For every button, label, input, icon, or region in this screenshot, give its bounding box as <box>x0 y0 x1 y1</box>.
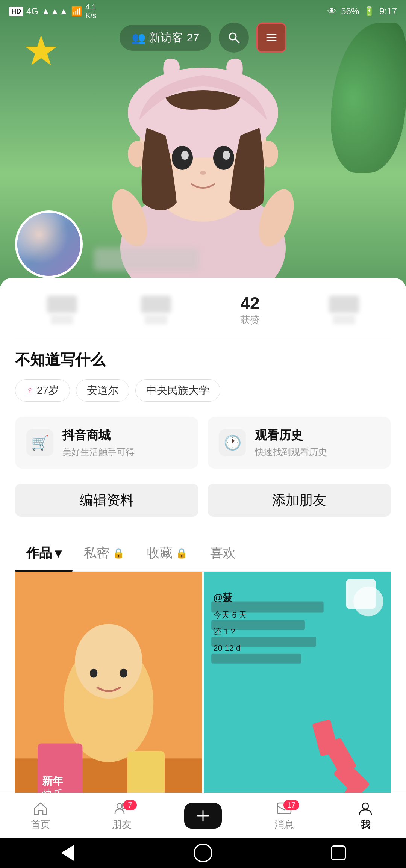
profile-buttons: 编辑资料 添加朋友 <box>15 484 391 517</box>
nav-home[interactable]: 首页 <box>0 800 81 831</box>
tab-works-label: 作品 <box>26 544 52 562</box>
svg-rect-37 <box>346 579 376 609</box>
tab-likes[interactable]: 喜欢 <box>199 535 247 571</box>
username-blurred <box>94 248 199 271</box>
stat-following[interactable] <box>15 296 109 324</box>
back-icon <box>61 845 74 861</box>
shop-subtitle: 美好生活触手可得 <box>62 446 187 458</box>
avatar-container <box>15 210 83 278</box>
speed-text: 4.1K/s <box>85 3 96 20</box>
svg-point-5 <box>181 151 189 160</box>
tab-private[interactable]: 私密 🔒 <box>73 535 136 571</box>
me-icon <box>357 800 374 817</box>
visitors-button[interactable]: 👥 新访客 27 <box>120 25 211 51</box>
stat-extra-label-blur <box>333 315 355 324</box>
tab-private-lock: 🔒 <box>112 547 124 559</box>
svg-point-7 <box>200 171 206 175</box>
battery-icon: 🔋 <box>364 6 375 17</box>
svg-text:今天          6 天: 今天 6 天 <box>213 610 247 620</box>
history-card[interactable]: 🕐 观看历史 快速找到观看历史 <box>208 417 391 469</box>
wifi-icon: 📶 <box>71 6 82 17</box>
stat-extra[interactable] <box>297 296 391 324</box>
tab-private-label: 私密 <box>84 544 109 562</box>
nav-messages[interactable]: 17 消息 <box>244 800 325 831</box>
tags-row: ♀ 27岁 安道尔 中央民族大学 <box>15 379 391 402</box>
tab-favorites-lock: 🔒 <box>176 547 188 559</box>
avatar[interactable] <box>15 210 83 278</box>
network-icon: 4G <box>26 6 38 17</box>
stat-fans[interactable] <box>109 296 203 324</box>
cover-header: 👥 新访客 27 <box>0 23 406 53</box>
messages-badge: 17 <box>283 800 299 810</box>
shop-title: 抖音商城 <box>62 427 187 444</box>
tab-favorites[interactable]: 收藏 🔒 <box>136 535 199 571</box>
home-icon <box>32 800 49 817</box>
home-button[interactable] <box>192 842 214 864</box>
tag-location-text: 安道尔 <box>87 383 118 398</box>
tag-age-text: 27岁 <box>37 383 59 398</box>
stats-row: 42 获赞 <box>15 293 391 338</box>
tab-works[interactable]: 作品 ▾ <box>15 535 73 571</box>
stat-likes[interactable]: 42 获赞 <box>203 293 297 327</box>
visitors-icon: 👥 <box>132 31 145 44</box>
tab-likes-label: 喜欢 <box>210 544 236 562</box>
cover-area: ★ HD 4G <box>0 0 406 293</box>
tabs-row: 作品 ▾ 私密 🔒 收藏 🔒 喜欢 <box>15 535 391 572</box>
hd-icon: HD <box>9 7 23 16</box>
svg-rect-22 <box>120 669 127 678</box>
visitors-label: 新访客 <box>149 30 183 45</box>
svg-text:20    12    d: 20 12 d <box>213 643 241 653</box>
friends-badge: 7 <box>123 800 137 810</box>
nav-me[interactable]: 我 <box>325 800 406 831</box>
history-icon: 🕐 <box>219 429 246 456</box>
svg-rect-35 <box>211 654 301 664</box>
android-nav <box>0 838 406 868</box>
svg-text:还     1      ?: 还 1 ? <box>213 627 235 636</box>
nav-me-label: 我 <box>361 818 370 831</box>
svg-text:新年: 新年 <box>42 775 64 787</box>
nav-friends-label: 朋友 <box>112 818 132 831</box>
home-icon <box>194 844 212 862</box>
tag-age[interactable]: ♀ 27岁 <box>15 379 70 402</box>
svg-rect-21 <box>90 669 97 678</box>
eye-icon: 👁 <box>327 6 336 17</box>
history-title: 观看历史 <box>255 427 380 444</box>
recents-icon <box>331 845 346 860</box>
visitors-count: 27 <box>187 31 199 44</box>
status-bar: HD 4G ▲▲▲ 📶 4.1K/s 👁 56% 🔋 9:17 <box>0 0 406 23</box>
svg-text:@菠: @菠 <box>213 592 233 603</box>
signal-icon: ▲▲▲ <box>41 6 68 17</box>
tag-school[interactable]: 中央民族大学 <box>135 379 220 402</box>
profile-card: 42 获赞 不知道写什么 ♀ 27岁 安道尔 中央民族大学 🛒 抖音商城 美好生… <box>0 278 406 868</box>
recents-button[interactable] <box>327 842 350 864</box>
stat-extra-num-blur <box>329 296 359 313</box>
history-subtitle: 快速找到观看历史 <box>255 446 380 458</box>
status-left: HD 4G ▲▲▲ 📶 4.1K/s <box>9 3 96 20</box>
bottom-nav: 首页 7 朋友 17 消息 我 <box>0 793 406 838</box>
stat-following-label-blur <box>51 315 73 324</box>
battery-percent: 56% <box>341 6 359 17</box>
edit-profile-button[interactable]: 编辑资料 <box>15 484 198 517</box>
svg-point-20 <box>75 624 142 699</box>
stat-fans-num-blur <box>141 296 171 313</box>
svg-point-48 <box>362 803 368 809</box>
add-friend-button[interactable]: 添加朋友 <box>208 484 391 517</box>
bio-text: 不知道写什么 <box>15 349 391 370</box>
back-button[interactable] <box>56 842 79 864</box>
add-button[interactable] <box>184 803 222 829</box>
nav-friends[interactable]: 7 朋友 <box>81 800 162 831</box>
gender-icon: ♀ <box>26 384 34 396</box>
action-cards: 🛒 抖音商城 美好生活触手可得 🕐 观看历史 快速找到观看历史 <box>15 417 391 469</box>
shop-card[interactable]: 🛒 抖音商城 美好生活触手可得 <box>15 417 198 469</box>
nav-home-label: 首页 <box>31 818 50 831</box>
history-text: 观看历史 快速找到观看历史 <box>255 427 380 458</box>
time-text: 9:17 <box>379 6 397 17</box>
stat-likes-label: 获赞 <box>240 313 260 327</box>
tag-location[interactable]: 安道尔 <box>76 379 129 402</box>
search-button[interactable] <box>219 23 249 53</box>
nav-add[interactable] <box>162 803 244 829</box>
svg-point-6 <box>223 151 230 160</box>
username-area <box>94 248 199 271</box>
menu-button[interactable] <box>256 23 286 53</box>
shop-icon: 🛒 <box>26 429 53 456</box>
